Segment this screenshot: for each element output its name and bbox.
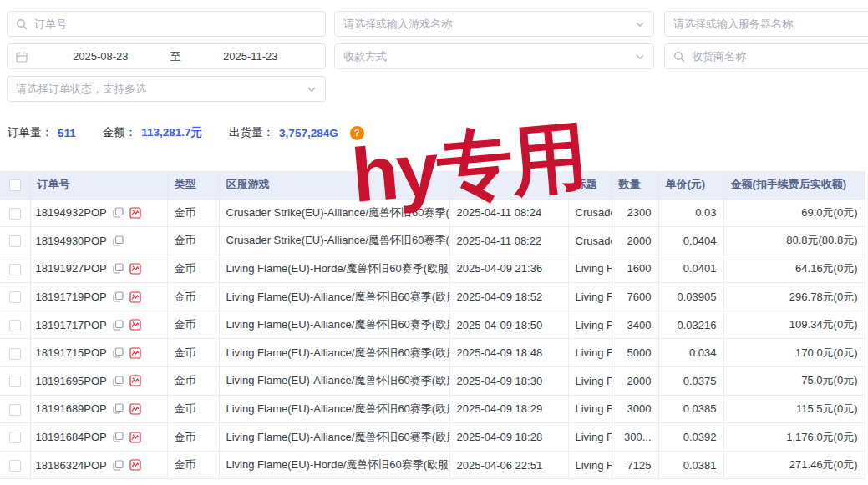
header-quantity: 数量 — [612, 171, 658, 199]
date-end-value[interactable]: 2025-11-23 — [185, 50, 317, 63]
copy-icon[interactable] — [113, 432, 124, 442]
order-amount: 75.0元(0元) — [723, 367, 865, 396]
order-amount: 170.0元(0元) — [723, 339, 865, 367]
screenshot-image-icon[interactable] — [129, 403, 141, 415]
search-icon — [673, 51, 685, 63]
copy-icon[interactable] — [113, 320, 124, 331]
order-time: 2025-04-09 18:48 — [449, 339, 568, 367]
row-checkbox[interactable] — [9, 376, 21, 387]
game-name-placeholder: 请选择或输入游戏名称 — [343, 17, 630, 32]
order-type: 金币 — [167, 311, 219, 339]
server-game: Living Flame(EU)-Alliance/魔兽怀旧60赛季(欧服) — [219, 311, 449, 339]
row-checkbox[interactable] — [9, 208, 21, 220]
table-row: 18191695POP — [0, 367, 865, 396]
date-start-value[interactable]: 2025-08-23 — [34, 50, 167, 63]
header-unit-price: 单价(元) — [658, 171, 723, 199]
server-game: Living Flame(EU)-Horde/魔兽怀旧60赛季(欧服) — [219, 255, 449, 283]
order-number-search[interactable] — [7, 11, 326, 37]
header-amount: 金额(扣手续费后实收额) — [723, 171, 865, 199]
copy-icon[interactable] — [113, 403, 124, 414]
header-time — [449, 171, 568, 199]
copy-icon[interactable] — [113, 207, 124, 218]
help-icon[interactable]: ? — [350, 126, 364, 140]
summary-stats: 订单量： 511 金额： 113,281.7元 出货量： 3,757,284G … — [8, 125, 364, 140]
date-separator: 至 — [167, 49, 185, 64]
order-time: 2025-04-06 22:51 — [449, 451, 568, 479]
shipped-label: 出货量： — [229, 125, 274, 140]
stat-shipped: 出货量： 3,757,284G — [229, 125, 338, 140]
screenshot-image-icon[interactable] — [129, 291, 141, 303]
order-quantity: 300... — [612, 423, 658, 452]
order-number: 18194930POP — [36, 235, 107, 247]
screenshot-image-icon[interactable] — [129, 459, 141, 471]
merchant-name-search[interactable] — [664, 43, 868, 69]
game-name-select[interactable]: 请选择或输入游戏名称 — [334, 11, 654, 37]
screenshot-image-icon[interactable] — [129, 319, 141, 331]
amount-label: 金额： — [103, 125, 137, 140]
order-time: 2025-04-09 18:50 — [449, 311, 568, 339]
unit-price: 0.034 — [658, 339, 723, 367]
copy-icon[interactable] — [113, 460, 124, 471]
unit-price: 0.0401 — [658, 255, 723, 283]
order-management-page: 请选择或输入游戏名称 2025-08-23 至 2025-11-23 收款方式 — [0, 0, 868, 485]
order-status-select[interactable]: 请选择订单状态，支持多选 — [7, 76, 326, 102]
order-time: 2025-04-09 18:30 — [449, 367, 568, 396]
search-icon — [16, 18, 28, 30]
unit-price: 0.0385 — [658, 395, 723, 423]
copy-icon[interactable] — [113, 347, 124, 358]
row-checkbox[interactable] — [9, 264, 21, 275]
table-row: 18194930POP — [0, 227, 865, 255]
row-checkbox[interactable] — [9, 320, 21, 331]
screenshot-image-icon[interactable] — [129, 263, 141, 275]
row-checkbox[interactable] — [9, 291, 21, 303]
order-number: 18191689POP — [36, 402, 107, 415]
header-server-game: 区服游戏 — [219, 171, 449, 199]
table-row: 18186324POP — [0, 451, 865, 479]
merchant-name-input[interactable] — [692, 50, 868, 63]
row-checkbox[interactable] — [9, 404, 21, 416]
order-title: Living Flame — [568, 451, 612, 479]
order-number: 18191719POP — [36, 290, 107, 303]
order-type: 金币 — [167, 255, 219, 283]
order-count-value: 511 — [58, 127, 76, 139]
payment-method-select[interactable]: 收款方式 — [334, 43, 654, 69]
order-number: 18186324POP — [36, 459, 107, 472]
screenshot-image-icon[interactable] — [129, 207, 141, 219]
row-checkbox[interactable] — [9, 432, 21, 443]
row-checkbox[interactable] — [9, 348, 21, 360]
screenshot-image-icon[interactable] — [129, 375, 141, 386]
unit-price: 0.03216 — [658, 311, 723, 339]
date-range-picker[interactable]: 2025-08-23 至 2025-11-23 — [7, 43, 326, 69]
copy-icon[interactable] — [113, 235, 124, 246]
row-checkbox[interactable] — [9, 460, 21, 472]
server-name-input[interactable] — [673, 18, 868, 30]
order-type: 金币 — [167, 339, 219, 367]
order-time: 2025-04-09 18:52 — [449, 283, 568, 311]
server-game: Living Flame(EU)-Alliance/魔兽怀旧60赛季(欧服) — [219, 367, 449, 396]
copy-icon[interactable] — [113, 263, 124, 274]
order-number: 18191684POP — [36, 431, 107, 443]
chevron-down-icon — [635, 19, 645, 29]
header-title: 标题 — [568, 171, 612, 199]
order-time: 2025-04-11 08:24 — [449, 199, 568, 227]
order-quantity: 2000 — [612, 227, 658, 255]
order-quantity: 2000 — [612, 367, 658, 396]
order-quantity: 1600 — [612, 255, 658, 283]
order-title: Living Flame — [568, 311, 612, 339]
order-number-input[interactable] — [34, 18, 317, 30]
server-name-select[interactable] — [664, 11, 868, 37]
copy-icon[interactable] — [113, 291, 124, 302]
copy-icon[interactable] — [113, 376, 124, 386]
payment-method-placeholder: 收款方式 — [343, 49, 630, 64]
order-quantity: 3400 — [612, 311, 658, 339]
order-amount: 64.16元(0元) — [723, 255, 865, 283]
table-header-row: 订单号 类型 区服游戏 标题 数量 单价(元) 金额(扣手续费后实收额) — [0, 171, 865, 199]
order-quantity: 5000 — [612, 339, 658, 367]
screenshot-image-icon[interactable] — [129, 347, 141, 359]
order-number: 18191717POP — [36, 319, 107, 331]
order-amount: 109.34元(0元) — [723, 311, 865, 339]
select-all-checkbox[interactable] — [9, 179, 21, 191]
order-quantity: 3000 — [612, 395, 658, 423]
row-checkbox[interactable] — [9, 235, 21, 247]
screenshot-image-icon[interactable] — [129, 432, 141, 443]
